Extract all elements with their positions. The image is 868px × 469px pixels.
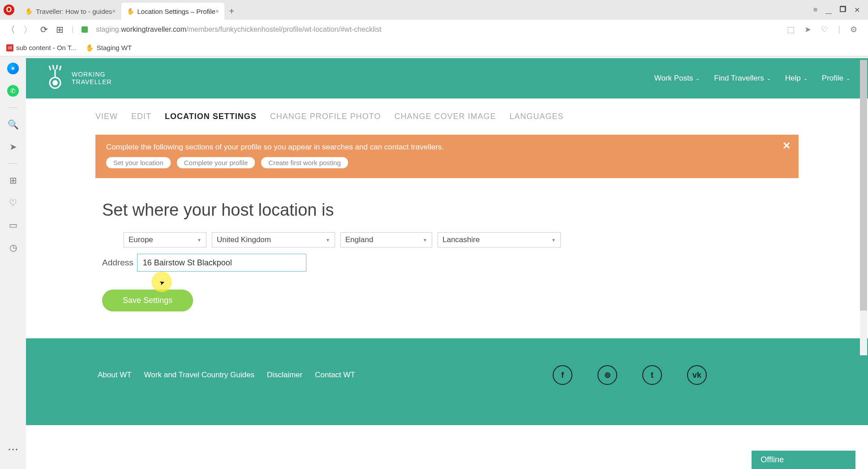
select-value: United Kingdom: [217, 235, 271, 244]
instagram-icon[interactable]: ⊚: [597, 365, 617, 385]
location-form: Set where your host location is Europe▼ …: [26, 192, 868, 338]
footer-link-about[interactable]: About WT: [98, 371, 132, 379]
tab-close-icon[interactable]: ×: [215, 8, 219, 15]
subregion-select[interactable]: Lancashire▼: [438, 232, 561, 247]
notice-pills: Set your location Complete your profile …: [106, 157, 788, 168]
tab-change-cover[interactable]: CHANGE COVER IMAGE: [394, 112, 496, 121]
site-logo[interactable]: WORKING TRAVELLER: [44, 65, 112, 92]
tab-close-icon[interactable]: ×: [112, 8, 116, 15]
select-value: Lancashire: [443, 235, 480, 244]
facebook-icon[interactable]: f: [553, 365, 572, 385]
url-prefix: staging.: [96, 26, 121, 33]
settings-icon[interactable]: ⚙: [850, 25, 857, 34]
separator: [9, 107, 17, 108]
nav-help[interactable]: Help⌄: [785, 74, 808, 83]
send-icon[interactable]: ➤: [804, 25, 811, 34]
camera-icon[interactable]: ⬚: [787, 25, 795, 34]
tab-view[interactable]: VIEW: [95, 112, 118, 121]
new-tab-button[interactable]: +: [224, 3, 239, 20]
history-icon[interactable]: ◷: [7, 242, 19, 253]
nav-find-travellers[interactable]: Find Travellers⌄: [714, 74, 770, 83]
profile-tabs: VIEW EDIT LOCATION SETTINGS CHANGE PROFI…: [26, 98, 868, 130]
tab-languages[interactable]: LANGUAGES: [509, 112, 563, 121]
country-select[interactable]: United Kingdom▼: [212, 232, 335, 247]
address-bar: 〈 〉 ⟳ ⊞ | staging.workingtraveller.com/m…: [0, 20, 868, 39]
chevron-down-icon: ▼: [326, 238, 330, 243]
page-viewport: WORKING TRAVELLER Work Posts⌄ Find Trave…: [26, 58, 868, 469]
url-field[interactable]: staging.workingtraveller.com/members/fun…: [96, 26, 779, 34]
bookmark-item[interactable]: ✋ Staging WT: [86, 44, 132, 52]
footer-link-contact[interactable]: Contact WT: [315, 371, 355, 379]
separator: [9, 163, 17, 164]
lock-icon[interactable]: [82, 26, 88, 33]
chevron-down-icon: ▼: [551, 238, 556, 243]
select-value: England: [345, 235, 373, 244]
news-icon[interactable]: ▭: [7, 219, 19, 231]
location-selects-row: Europe▼ United Kingdom▼ England▼ Lancash…: [124, 232, 792, 247]
bookmark-item[interactable]: ot sub content - On T...: [6, 44, 77, 51]
tab-edit[interactable]: EDIT: [131, 112, 151, 121]
nav-work-posts[interactable]: Work Posts⌄: [654, 74, 700, 83]
address-label: Address: [102, 258, 133, 268]
select-value: Europe: [129, 235, 153, 244]
pill-set-location[interactable]: Set your location: [106, 157, 171, 168]
save-settings-button[interactable]: Save Settings: [102, 290, 193, 311]
heart-icon[interactable]: ♡: [7, 197, 19, 209]
vk-icon[interactable]: vk: [687, 365, 707, 385]
footer-links: About WT Work and Travel Country Guides …: [98, 371, 355, 379]
menu-icon[interactable]: ≡: [813, 6, 817, 14]
bookmark-label: sub content - On T...: [16, 44, 77, 51]
chevron-down-icon: ⌄: [767, 76, 771, 81]
send-icon[interactable]: ➤: [7, 141, 19, 153]
nav-profile[interactable]: Profile⌄: [822, 74, 850, 83]
tab-location-settings[interactable]: LOCATION SETTINGS: [165, 112, 257, 121]
region-select[interactable]: England▼: [340, 232, 432, 247]
notice-text: Complete the following sections of your …: [106, 143, 788, 152]
search-icon[interactable]: 🔍: [7, 119, 19, 130]
browser-tabs: ✋ Traveller: How to - guides × ✋ Locatio…: [20, 0, 813, 20]
whatsapp-icon[interactable]: ✆: [7, 85, 19, 97]
svg-point-1: [52, 80, 58, 85]
more-icon[interactable]: ⋯: [8, 443, 18, 456]
pill-complete-profile[interactable]: Complete your profile: [177, 157, 255, 168]
browser-sidebar: ✶ ✆ 🔍 ➤ ⊞ ♡ ▭ ◷ ⋯: [0, 58, 26, 469]
footer-link-guides[interactable]: Work and Travel Country Guides: [144, 371, 254, 379]
continent-select[interactable]: Europe▼: [124, 232, 206, 247]
grid-icon[interactable]: ⊞: [7, 175, 19, 186]
browser-tab-0[interactable]: ✋ Traveller: How to - guides ×: [20, 3, 121, 20]
opera-icon[interactable]: O: [4, 4, 14, 15]
chevron-down-icon: ⌄: [804, 76, 808, 81]
nav-label: Profile: [822, 74, 843, 83]
reload-button[interactable]: ⟳: [40, 24, 48, 35]
heart-icon[interactable]: ♡: [821, 25, 828, 34]
twitter-icon[interactable]: t: [642, 365, 662, 385]
speed-dial-icon[interactable]: ⊞: [56, 24, 64, 35]
pill-first-posting[interactable]: Create first work posting: [261, 157, 348, 168]
address-input[interactable]: [137, 254, 306, 272]
forward-button[interactable]: 〉: [23, 24, 32, 36]
restore-icon[interactable]: [840, 6, 846, 14]
messenger-icon[interactable]: ✶: [7, 63, 19, 74]
back-button[interactable]: 〈: [6, 24, 15, 36]
chevron-down-icon: ⌄: [846, 76, 850, 81]
logo-icon: [44, 65, 66, 92]
nav-label: Find Travellers: [714, 74, 764, 83]
browser-tab-1[interactable]: ✋ Location Settings – Profile ×: [121, 3, 224, 20]
close-icon[interactable]: ✕: [854, 6, 860, 14]
chat-offline-bar[interactable]: Offline: [752, 451, 855, 469]
logo-line-2: TRAVELLER: [72, 78, 112, 86]
chevron-down-icon: ▼: [423, 238, 427, 243]
nav-label: Help: [785, 74, 801, 83]
completion-notice: Complete the following sections of your …: [95, 135, 799, 178]
browser-title-bar: O ✋ Traveller: How to - guides × ✋ Locat…: [0, 0, 868, 20]
footer-social: f ⊚ t vk: [553, 365, 707, 385]
logo-line-1: WORKING: [72, 71, 112, 78]
tab-favicon-icon: ✋: [25, 8, 32, 15]
url-path: /members/funkychickenhostel/profile/wt-l…: [186, 26, 382, 33]
chevron-down-icon: ⌄: [696, 76, 700, 81]
footer-link-disclaimer[interactable]: Disclaimer: [267, 371, 302, 379]
minimize-icon[interactable]: [825, 6, 832, 14]
tab-change-photo[interactable]: CHANGE PROFILE PHOTO: [270, 112, 381, 121]
scrollbar-thumb[interactable]: [860, 60, 867, 311]
notice-close-button[interactable]: ✕: [782, 140, 791, 152]
